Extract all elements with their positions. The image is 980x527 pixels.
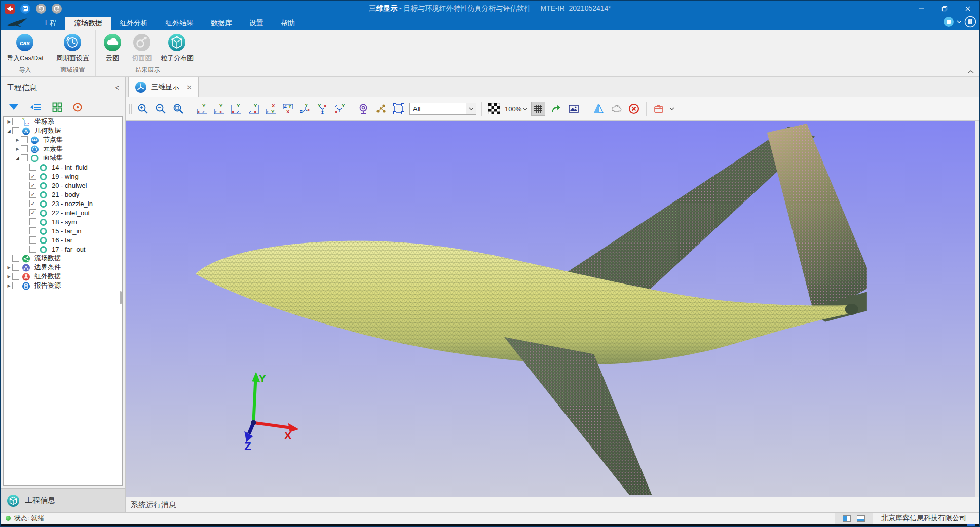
drag-handle-icon[interactable] [129,103,132,114]
expand-closed-icon[interactable]: ▶ [14,147,21,151]
expand-closed-icon[interactable]: ▶ [6,274,12,279]
aircraft-mesh-model[interactable] [196,124,867,495]
locate-target-icon[interactable] [72,102,83,112]
menu-tab-帮助[interactable]: 帮助 [272,17,304,30]
tab-3d-display[interactable]: 三维显示 ✕ [128,77,199,97]
export-arrow-icon[interactable] [549,102,563,116]
help-book-icon[interactable] [964,16,976,28]
particle-trace-icon[interactable] [374,102,388,116]
app-logo-icon[interactable] [5,4,15,14]
close-tab-icon[interactable]: ✕ [186,84,192,91]
tree-checkbox[interactable]: ✓ [29,200,36,207]
tree-row[interactable]: ◢面域集 [4,153,122,163]
panel-bottom-icon[interactable] [857,515,865,522]
tree-checkbox[interactable] [12,264,19,271]
tree-row[interactable]: ▶Yzx坐标系 [4,117,122,126]
tree-checkbox[interactable]: ✓ [29,182,36,189]
view-right-icon[interactable]: Yzx [248,103,259,115]
vertical-tail-mesh[interactable] [767,124,867,322]
tree-checkbox[interactable] [12,273,19,280]
ribbon-button-导入Cas/Dat[interactable]: cas导入Cas/Dat [3,32,48,64]
expand-open-icon[interactable]: ◢ [6,129,12,133]
list-view-icon[interactable] [30,103,42,112]
theme-window-icon[interactable] [943,16,954,27]
tree-checkbox[interactable] [21,145,28,152]
tree-row[interactable]: ▶红外数据 [4,272,122,281]
menu-tab-红外结果[interactable]: 红外结果 [157,17,202,30]
collapse-ribbon-chevron-icon[interactable] [967,70,974,74]
transparency-checker-icon[interactable] [487,102,501,116]
filter-funnel-icon[interactable] [8,103,20,111]
box-select-icon[interactable] [392,102,406,116]
mirror-icon[interactable] [591,102,606,116]
tree-row[interactable]: ▶报告资源 [4,281,122,290]
ribbon-button-云图[interactable]: 云图 [98,32,127,64]
expand-closed-icon[interactable]: ▶ [14,138,21,142]
zoom-percent-dropdown[interactable]: 100% [505,105,527,113]
viewport-3d-scene[interactable]: Y X Z [126,121,975,497]
tree-row[interactable]: 17 - far_out [4,245,122,254]
tree-checkbox[interactable] [29,227,36,234]
view-back-icon[interactable]: Yzx [213,103,225,115]
view-isometric-1-icon[interactable]: Yzx [299,103,311,115]
tree-row[interactable]: ▶元素集 [4,144,122,153]
cloud-outline-icon[interactable] [609,102,623,116]
restore-icon[interactable] [933,1,956,17]
tree-row[interactable]: ✓19 - wing [4,172,122,181]
tree-row[interactable]: ◢几何数据 [4,126,122,135]
tree-row[interactable]: ✓23 - nozzle_in [4,199,122,208]
zoom-in-icon[interactable] [136,102,150,116]
tree-row[interactable]: ✓22 - inlet_out [4,208,122,217]
tree-row[interactable]: 14 - int_fluid [4,163,122,172]
tree-checkbox[interactable]: ✓ [29,191,36,198]
tree-row[interactable]: ▶边界条件 [4,263,122,272]
combo-caret-icon[interactable] [466,103,476,114]
save-view-icon[interactable] [652,102,666,116]
display-filter-combobox[interactable]: All [409,103,476,115]
menu-tab-数据库[interactable]: 数据库 [202,17,241,30]
tree-checkbox[interactable] [12,282,19,289]
expand-closed-icon[interactable]: ▶ [6,283,12,288]
zoom-fit-icon[interactable] [171,102,185,116]
ribbon-button-粒子分布图[interactable]: 粒子分布图 [157,32,198,64]
expand-open-icon[interactable]: ◢ [14,156,21,160]
view-front-icon[interactable]: Yxz [196,103,208,115]
menu-tab-工程[interactable]: 工程 [34,17,65,30]
dropdown-caret-icon[interactable] [957,20,962,24]
tree-checkbox[interactable] [21,154,28,161]
panel-footer-tab[interactable]: 工程信息 [1,488,125,512]
zoom-out-icon[interactable] [154,102,168,116]
expand-closed-icon[interactable]: ▶ [6,119,12,124]
ribbon-button-周期面设置[interactable]: 周期面设置 [52,32,93,64]
tree-checkbox[interactable] [21,136,28,143]
tree-checkbox[interactable] [12,118,19,125]
viewport-3d[interactable]: Y X Z [126,121,975,497]
tree-row[interactable]: ✓20 - chuiwei [4,181,122,190]
mesh-grid-icon[interactable] [531,102,545,116]
system-message-panel[interactable]: 系统运行消息 [126,497,979,512]
view-bottom-icon[interactable]: ZYX [282,103,294,115]
tree-checkbox[interactable] [29,164,36,171]
menu-tab-设置[interactable]: 设置 [241,17,272,30]
collapse-panel-button[interactable]: < [115,84,119,92]
tree-checkbox[interactable] [29,236,36,244]
menu-tab-红外分析[interactable]: 红外分析 [111,17,157,30]
view-isometric-2-icon[interactable]: Yxz [317,103,328,115]
close-icon[interactable] [956,1,979,17]
snapshot-image-icon[interactable] [567,102,581,116]
panel-left-icon[interactable] [843,515,851,522]
tree-checkbox[interactable] [12,255,19,262]
save-icon[interactable] [20,4,30,14]
menu-tab-流场数据[interactable]: 流场数据 [65,17,111,30]
tree-row[interactable]: ▶节点集 [4,135,122,144]
tree-checkbox[interactable]: ✓ [29,209,36,216]
grid-view-icon[interactable] [52,102,62,112]
tree-checkbox[interactable] [29,218,36,225]
expand-closed-icon[interactable]: ▶ [6,265,12,270]
tree-scrollbar[interactable] [120,291,122,304]
engine-nozzle[interactable] [845,304,858,315]
tree-checkbox[interactable] [12,127,19,134]
tree-checkbox[interactable]: ✓ [29,173,36,180]
tree-row[interactable]: 流场数据 [4,254,122,263]
tree-row[interactable]: ✓21 - body [4,190,122,199]
